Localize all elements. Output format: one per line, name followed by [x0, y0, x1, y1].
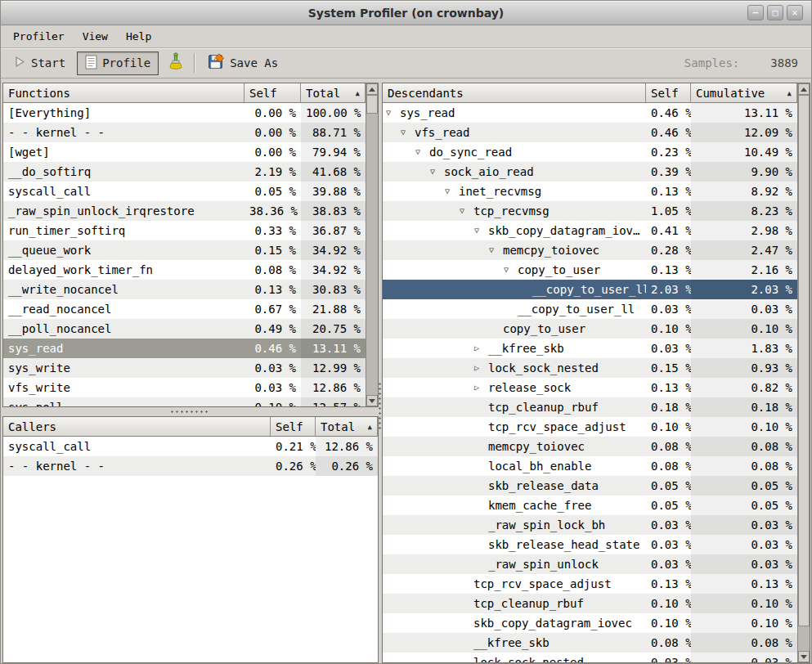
table-row[interactable]: ▽sys_read0.46 %13.11 %	[383, 103, 810, 123]
table-row[interactable]: syscall_call0.05 %39.88 %	[3, 182, 378, 201]
table-row[interactable]: ▽vfs_read0.46 %12.09 %	[383, 123, 810, 142]
table-row[interactable]: ▽memcpy_toiovec0.28 %2.47 %	[383, 240, 810, 260]
scroll-up-button[interactable]	[366, 83, 378, 95]
minimize-button[interactable]: –	[747, 5, 764, 20]
expander-open-icon[interactable]: ▽	[489, 240, 503, 260]
table-row[interactable]: ▷lock_sock_nested0.15 %0.93 %	[383, 358, 810, 378]
scroll-down-button[interactable]	[798, 651, 810, 662]
expander-closed-icon[interactable]: ▷	[474, 378, 488, 397]
profile-label: Profile	[102, 56, 150, 70]
table-row[interactable]: skb_copy_datagram_iovec0.10 %0.10 %	[383, 613, 810, 633]
table-row[interactable]: - - kernel - -0.00 %88.71 %	[3, 123, 378, 142]
table-row[interactable]: ▽inet_recvmsg0.13 %8.92 %	[383, 182, 810, 201]
table-row[interactable]: delayed_work_timer_fn0.08 %34.92 %	[3, 260, 378, 280]
table-row[interactable]: sys_read0.46 %13.11 %	[3, 339, 378, 358]
table-row[interactable]: __kfree_skb0.08 %0.08 %	[383, 633, 810, 653]
menu-view[interactable]: View	[74, 27, 117, 46]
expander-spacer	[460, 594, 473, 613]
table-row[interactable]: tcp_rcv_space_adjust0.10 %0.10 %	[383, 417, 810, 437]
table-row[interactable]: _raw_spin_unlock0.03 %0.03 %	[383, 554, 810, 574]
tree-name-cell: tcp_cleanup_rbuf	[383, 397, 646, 417]
column-header-functions[interactable]: Functions	[3, 83, 244, 103]
menu-profiler[interactable]: Profiler	[4, 27, 74, 46]
column-header-self[interactable]: Self	[646, 83, 691, 103]
table-row[interactable]: tcp_cleanup_rbuf0.18 %0.18 %	[383, 397, 810, 417]
expander-open-icon[interactable]: ▽	[386, 103, 400, 123]
table-row[interactable]: ▷release_sock0.13 %0.82 %	[383, 378, 810, 397]
table-row[interactable]: [wget]0.00 %79.94 %	[3, 142, 378, 162]
expander-closed-icon[interactable]: ▷	[474, 358, 488, 378]
table-row[interactable]: __copy_to_user_ll0.03 %0.03 %	[383, 299, 810, 319]
table-row[interactable]: memcpy_toiovec0.08 %0.08 %	[383, 437, 810, 456]
reset-brush-button[interactable]	[165, 51, 186, 75]
table-row[interactable]: __do_softirq2.19 %41.68 %	[3, 162, 378, 182]
table-row[interactable]: ▽skb_copy_datagram_iov…0.41 %2.98 %	[383, 221, 810, 240]
total-percent-cell: 21.88 %	[301, 299, 366, 319]
table-row[interactable]: tcp_cleanup_rbuf0.10 %0.10 %	[383, 594, 810, 613]
tree-name-cell: local_bh_enable	[383, 456, 646, 476]
window-title: System Profiler (on crownbay)	[1, 1, 811, 25]
column-header-self[interactable]: Self	[271, 417, 316, 437]
expander-open-icon[interactable]: ▽	[460, 201, 473, 221]
start-button[interactable]: Start	[9, 53, 70, 73]
column-header-self[interactable]: Self	[244, 83, 301, 103]
table-row[interactable]: ▽tcp_recvmsg1.05 %8.23 %	[383, 201, 810, 221]
table-row[interactable]: syscall_call0.21 %12.86 %	[3, 437, 378, 456]
save-as-button[interactable]: Save As	[203, 51, 283, 75]
scroll-up-button[interactable]	[798, 83, 810, 95]
table-row[interactable]: ▷__kfree_skb0.03 %1.83 %	[383, 339, 810, 358]
table-row[interactable]: __copy_to_user_ll2.03 %2.03 %	[383, 280, 810, 299]
self-percent-cell: 0.10 %	[646, 417, 691, 437]
self-percent-cell: 0.00 %	[244, 142, 301, 162]
table-row[interactable]: lock_sock_nested0.03 %0.03 %	[383, 653, 810, 663]
descendants-vertical-scrollbar[interactable]	[797, 83, 810, 662]
column-header-callers[interactable]: Callers	[3, 417, 271, 437]
table-row[interactable]: tcp_rcv_space_adjust0.13 %0.13 %	[383, 574, 810, 594]
self-percent-cell: 0.46 %	[244, 339, 301, 358]
column-header-cumulative[interactable]: Cumulative▲	[691, 83, 797, 103]
expander-open-icon[interactable]: ▽	[504, 260, 518, 280]
table-row[interactable]: ▽do_sync_read0.23 %10.49 %	[383, 142, 810, 162]
column-header-total[interactable]: Total▲	[301, 83, 366, 103]
profile-toggle-button[interactable]: Profile	[77, 52, 159, 75]
table-row[interactable]: __read_nocancel0.67 %21.88 %	[3, 299, 378, 319]
maximize-button[interactable]: □	[767, 5, 783, 20]
table-row[interactable]: - - kernel - -0.26 %0.26 %	[3, 456, 378, 476]
table-row[interactable]: run_timer_softirq0.33 %36.87 %	[3, 221, 378, 240]
table-row[interactable]: ▽sock_aio_read0.39 %9.90 %	[383, 162, 810, 182]
menu-help[interactable]: Help	[117, 27, 160, 46]
scrollbar-thumb[interactable]	[798, 95, 810, 626]
table-row[interactable]: __write_nocancel0.13 %30.83 %	[3, 280, 378, 299]
table-row[interactable]: [Everything]0.00 %100.00 %	[3, 103, 378, 123]
table-row[interactable]: skb_release_head_state0.03 %0.03 %	[383, 535, 810, 554]
table-row[interactable]: vfs_write0.03 %12.86 %	[3, 378, 378, 397]
column-header-total[interactable]: Total▲	[316, 417, 378, 437]
functions-vertical-scrollbar[interactable]	[366, 83, 378, 406]
self-percent-cell: 0.67 %	[244, 299, 301, 319]
table-row[interactable]: ▽copy_to_user0.13 %2.16 %	[383, 260, 810, 280]
table-row[interactable]: copy_to_user0.10 %0.10 %	[383, 319, 810, 339]
table-row[interactable]: __poll_nocancel0.49 %20.75 %	[3, 319, 378, 339]
scrollbar-thumb[interactable]	[366, 95, 378, 114]
table-row[interactable]: __queue_work0.15 %34.92 %	[3, 240, 378, 260]
expander-open-icon[interactable]: ▽	[474, 221, 488, 240]
column-header-descendants[interactable]: Descendants	[383, 83, 646, 103]
table-row[interactable]: kmem_cache_free0.05 %0.05 %	[383, 496, 810, 515]
table-row[interactable]: sys_poll0.10 %12.57 %	[3, 397, 378, 407]
expander-spacer	[474, 554, 488, 574]
table-row[interactable]: skb_release_data0.05 %0.05 %	[383, 476, 810, 496]
expander-closed-icon[interactable]: ▷	[474, 339, 488, 358]
horizontal-pane-splitter[interactable]	[2, 407, 379, 416]
total-percent-cell: 41.68 %	[301, 162, 366, 182]
table-row[interactable]: local_bh_enable0.08 %0.08 %	[383, 456, 810, 476]
table-row[interactable]: _raw_spin_unlock_irqrestore38.36 %38.83 …	[3, 201, 378, 221]
menu-bar: Profiler View Help	[1, 25, 811, 47]
expander-open-icon[interactable]: ▽	[445, 182, 459, 201]
expander-open-icon[interactable]: ▽	[430, 162, 444, 182]
expander-open-icon[interactable]: ▽	[401, 123, 415, 142]
close-button[interactable]: ✕	[787, 5, 803, 20]
table-row[interactable]: _raw_spin_lock_bh0.03 %0.03 %	[383, 515, 810, 535]
expander-open-icon[interactable]: ▽	[415, 142, 429, 162]
table-row[interactable]: sys_write0.03 %12.99 %	[3, 358, 378, 378]
scroll-down-button[interactable]	[366, 395, 378, 406]
